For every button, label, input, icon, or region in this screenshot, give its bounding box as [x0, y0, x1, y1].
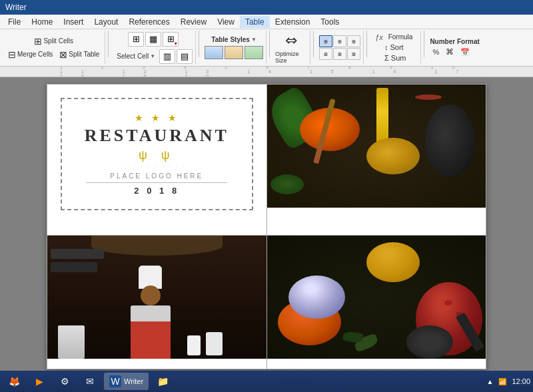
- separator-4: [313, 31, 314, 57]
- chef-image-cell[interactable]: [47, 235, 267, 369]
- logo-subtitle: PLACE LOGO HERE: [69, 172, 245, 180]
- merge-cells-button[interactable]: ⊟ Merge Cells: [5, 49, 55, 61]
- optimize-icon: ⇔: [285, 32, 297, 49]
- table-icon-1[interactable]: ⊞: [128, 32, 144, 47]
- tray-icons: ▲: [487, 378, 494, 385]
- split-cells-icon: ⊞: [34, 36, 42, 47]
- document-area: ★ ★ ★ RESTAURANT ψ ψ · · · · · · · · · P…: [0, 77, 533, 376]
- email-icon: ✉: [84, 375, 96, 387]
- split-cells-button[interactable]: ⊞ Split Cells: [31, 35, 75, 47]
- sort-button[interactable]: ↕ Sort: [382, 43, 408, 52]
- align-mid-center[interactable]: ≡: [333, 48, 346, 60]
- menu-layout[interactable]: Layout: [89, 16, 123, 28]
- optimize-label: Optimize Size: [275, 51, 307, 64]
- table-icon-2[interactable]: ▦: [145, 32, 161, 47]
- taskbar-vlc[interactable]: ▶: [28, 373, 51, 390]
- currency-button[interactable]: ⌘: [443, 47, 456, 57]
- sum-icon: Σ: [384, 54, 389, 62]
- table-styles-label: Table Styles: [211, 36, 250, 43]
- app-title: Writer: [5, 3, 27, 12]
- table-row-2: [47, 235, 486, 369]
- taskbar: 🦊 ▶ ⚙ ✉ W Writer 📁 ▲ 📶 12:00: [0, 371, 533, 392]
- table-icons-group: ⊞ ▦ ⊞▼ Select Cell ▼ ▥ ▤: [111, 31, 196, 65]
- sum-label: Sum: [391, 54, 406, 62]
- formula-bar: ƒx Formula: [372, 33, 418, 41]
- percent-button[interactable]: %: [430, 47, 442, 57]
- page: ★ ★ ★ RESTAURANT ψ ψ · · · · · · · · · P…: [47, 84, 486, 369]
- logo-box: ★ ★ ★ RESTAURANT ψ ψ · · · · · · · · · P…: [61, 98, 253, 210]
- taskbar-writer[interactable]: W Writer: [104, 373, 149, 390]
- sort-icon: ↕: [384, 43, 388, 51]
- separator-6: [424, 31, 424, 57]
- align-top-center[interactable]: ≡: [333, 35, 346, 47]
- menu-table[interactable]: Table: [240, 16, 270, 28]
- taskbar-writer-label: Writer: [124, 377, 143, 385]
- table-styles-arrow: ▼: [251, 37, 257, 43]
- menu-extension[interactable]: Extension: [270, 16, 316, 28]
- alignment-group: ≡ ≡ ≡ ≡ ≡ ≡: [316, 31, 364, 65]
- settings-icon: ⚙: [59, 375, 71, 387]
- merge-split-group: ⊞ Split Cells ⊟ Merge Cells ⊠ Split Tabl…: [3, 31, 105, 65]
- sum-group: ↕ Sort Σ Sum: [382, 43, 408, 63]
- system-tray: ▲ 📶 12:00: [487, 377, 530, 385]
- menu-home[interactable]: Home: [26, 16, 58, 28]
- menu-bar: File Home Insert Layout References Revie…: [0, 15, 533, 29]
- document-table: ★ ★ ★ RESTAURANT ψ ψ · · · · · · · · · P…: [47, 84, 486, 369]
- table-style-icon-1[interactable]: ▥: [159, 49, 175, 64]
- align-top-right[interactable]: ≡: [347, 35, 360, 47]
- network-icon: 📶: [498, 378, 506, 385]
- logo-title: RESTAURANT: [69, 126, 245, 146]
- align-top-left[interactable]: ≡: [319, 35, 332, 47]
- optimize-size-button[interactable]: ⇔ Optimize Size: [275, 32, 307, 64]
- logo-cell[interactable]: ★ ★ ★ RESTAURANT ψ ψ · · · · · · · · · P…: [47, 85, 267, 236]
- separator-2: [199, 31, 199, 57]
- menu-insert[interactable]: Insert: [58, 16, 89, 28]
- food-image-cell[interactable]: [266, 85, 486, 236]
- table-style-preview-2[interactable]: [225, 46, 243, 59]
- files-icon: 📁: [157, 375, 169, 387]
- menu-review[interactable]: Review: [175, 16, 212, 28]
- select-cell-label: Select Cell: [117, 53, 149, 60]
- taskbar-files[interactable]: 📁: [151, 373, 174, 390]
- merge-cells-icon: ⊟: [8, 49, 16, 60]
- table-styles-group: Table Styles ▼: [202, 31, 266, 65]
- split-table-label: Split Table: [69, 51, 99, 58]
- menu-file[interactable]: File: [3, 16, 26, 28]
- table-icon-3[interactable]: ⊞▼: [163, 32, 179, 47]
- optimize-group: ⇔ Optimize Size: [272, 31, 310, 65]
- menu-tools[interactable]: Tools: [315, 16, 344, 28]
- align-mid-left[interactable]: ≡: [319, 48, 332, 60]
- ruler: 1 2 3 4 5 6 7 8 9 10 11 12 13 14 15 16 1…: [0, 67, 533, 77]
- split-cells-label: Split Cells: [43, 37, 73, 45]
- table-style-preview-1[interactable]: [205, 46, 223, 59]
- vlc-icon: ▶: [33, 375, 45, 387]
- sum-button[interactable]: Σ Sum: [382, 53, 408, 63]
- separator-1: [108, 31, 109, 57]
- calendar-button[interactable]: 📅: [458, 47, 472, 57]
- table-style-icon-2[interactable]: ▤: [177, 49, 193, 64]
- menu-view[interactable]: View: [212, 16, 240, 28]
- toolbar: ⊞ Split Cells ⊟ Merge Cells ⊠ Split Tabl…: [0, 29, 533, 67]
- title-bar: Writer: [0, 0, 533, 15]
- taskbar-settings[interactable]: ⚙: [53, 373, 76, 390]
- writer-icon: W: [109, 375, 121, 387]
- clock: 12:00: [512, 377, 530, 385]
- sort-label: Sort: [390, 43, 404, 51]
- select-cell-arrow: ▼: [150, 53, 155, 59]
- align-mid-right[interactable]: ≡: [347, 48, 360, 60]
- split-table-button[interactable]: ⊠ Split Table: [57, 49, 102, 61]
- formula-label: Formula: [388, 33, 413, 41]
- nf-container: Number Format % ⌘ 📅: [430, 38, 479, 57]
- firefox-icon: 🦊: [8, 375, 20, 387]
- taskbar-email[interactable]: ✉: [79, 373, 101, 390]
- taskbar-firefox[interactable]: 🦊: [3, 373, 25, 390]
- select-cell-button[interactable]: Select Cell ▼: [114, 52, 158, 61]
- number-format-group: Number Format % ⌘ 📅: [427, 31, 482, 65]
- menu-references[interactable]: References: [123, 16, 175, 28]
- spices-image-cell[interactable]: [266, 235, 486, 369]
- separator-5: [366, 31, 367, 57]
- formula-button[interactable]: Formula: [386, 33, 416, 41]
- table-style-preview-3[interactable]: [245, 46, 263, 59]
- fx-icon: ƒx: [375, 33, 383, 41]
- logo-stars: ★ ★ ★: [69, 112, 245, 123]
